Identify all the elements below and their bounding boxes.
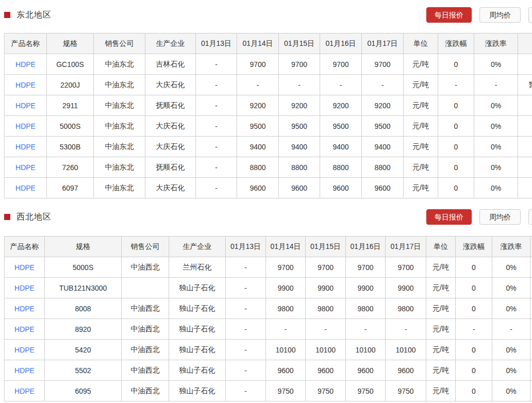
clipped-right-button[interactable] (528, 209, 532, 225)
price-cell: 独山子石化 (169, 340, 226, 360)
price-cell: - (346, 319, 386, 340)
price-cell: 10100 (386, 340, 426, 360)
column-header: 涨跌率 (474, 33, 518, 54)
price-cell: 0% (492, 298, 530, 319)
price-cell: 7260 (47, 157, 94, 178)
clipped-status-cell (518, 116, 532, 137)
daily-quote-button[interactable]: 每日报价 (426, 7, 472, 23)
price-cell: TUB121N3000 (45, 278, 122, 298)
price-cell: 10100 (306, 340, 346, 360)
price-cell: 元/吨 (404, 95, 438, 116)
price-cell: 9400 (320, 137, 362, 157)
table-row: HDPE7260中油东北抚顺石化-8800880088008800元/吨00% (5, 157, 532, 178)
price-cell: 中油西北 (122, 257, 169, 278)
price-cell: GC100S (47, 54, 94, 75)
weekly-average-button[interactable]: 周均价 (479, 7, 521, 23)
price-cell: 5420 (45, 340, 122, 360)
section-title: 西北地区 (16, 212, 52, 223)
product-link[interactable]: HDPE (14, 325, 35, 333)
price-cell: 兰州石化 (169, 257, 226, 278)
column-header: 单位 (426, 237, 456, 257)
product-cell: HDPE (5, 116, 47, 137)
price-cell: 0 (438, 157, 474, 178)
product-link[interactable]: HDPE (14, 366, 35, 375)
northeast-price-table: 产品名称规格销售公司生产企业01月13日01月14日01月15日01月16日01… (4, 33, 532, 198)
price-cell: 9600 (362, 178, 404, 198)
price-cell: 9600 (306, 360, 346, 381)
product-cell: HDPE (5, 381, 45, 401)
price-cell: 0% (474, 116, 518, 137)
clipped-right-button[interactable] (528, 7, 532, 23)
price-cell: - (226, 278, 266, 298)
product-link[interactable]: HDPE (15, 163, 36, 172)
product-link[interactable]: HDPE (14, 305, 35, 313)
daily-quote-button[interactable]: 每日报价 (426, 209, 472, 225)
price-cell: 9800 (266, 298, 306, 319)
product-link[interactable]: HDPE (14, 387, 35, 395)
product-cell: HDPE (5, 75, 47, 95)
price-cell: 5502 (45, 360, 122, 381)
price-cell: - (196, 75, 237, 95)
price-cell: - (226, 298, 266, 319)
price-cell: - (266, 319, 306, 340)
price-cell: 0% (492, 278, 530, 298)
clipped-status-cell (530, 257, 532, 278)
product-link[interactable]: HDPE (15, 184, 36, 192)
price-cell: 独山子石化 (169, 298, 226, 319)
column-header: 单位 (404, 33, 438, 54)
price-cell: 9900 (386, 278, 426, 298)
table-row: HDPE6095中油西北独山子石化-9750975097509750元/吨00% (5, 381, 532, 401)
price-cell: 6095 (45, 381, 122, 401)
price-cell: 中油西北 (122, 319, 169, 340)
price-cell: 8800 (237, 157, 279, 178)
product-link[interactable]: HDPE (14, 346, 35, 354)
column-header: 01月15日 (306, 237, 346, 257)
weekly-average-button[interactable]: 周均价 (479, 209, 521, 225)
price-cell: 吉林石化 (145, 54, 196, 75)
price-cell: 9700 (362, 54, 404, 75)
price-cell: 中油东北 (94, 75, 145, 95)
table-header-row: 产品名称规格销售公司生产企业01月13日01月14日01月15日01月16日01… (5, 33, 532, 54)
price-cell: 9600 (266, 360, 306, 381)
price-cell: 0% (474, 54, 518, 75)
product-link[interactable]: HDPE (15, 60, 36, 69)
price-cell: 元/吨 (404, 178, 438, 198)
price-cell: 8800 (320, 157, 362, 178)
product-link[interactable]: HDPE (14, 263, 35, 272)
column-header: 01月16日 (346, 237, 386, 257)
button-group: 每日报价 周均价 (426, 7, 532, 23)
price-cell: 元/吨 (426, 360, 456, 381)
price-cell: 9800 (346, 298, 386, 319)
product-cell: HDPE (5, 178, 47, 198)
product-link[interactable]: HDPE (15, 143, 36, 151)
price-cell: 元/吨 (404, 54, 438, 75)
price-cell: 0 (456, 257, 492, 278)
price-cell: - (386, 319, 426, 340)
section-northeast: 东北地区 每日报价 周均价 产品名称规格销售公司生产企业01月13日01月14日… (0, 7, 532, 198)
price-cell: 9600 (320, 178, 362, 198)
product-cell: HDPE (5, 95, 47, 116)
product-link[interactable]: HDPE (15, 122, 36, 130)
column-header (518, 33, 532, 54)
price-cell: 9500 (320, 116, 362, 137)
price-cell: 元/吨 (426, 319, 456, 340)
price-cell: 9700 (346, 257, 386, 278)
price-cell: 9500 (237, 116, 279, 137)
product-cell: HDPE (5, 298, 45, 319)
table-row: HDPE5502中油西北独山子石化-9600960096009600元/吨00% (5, 360, 532, 381)
price-cell: 9200 (237, 95, 279, 116)
product-link[interactable]: HDPE (14, 284, 35, 292)
price-cell: 0 (456, 298, 492, 319)
price-cell: 10100 (346, 340, 386, 360)
clipped-status-cell (530, 319, 532, 340)
column-header (530, 237, 532, 257)
clipped-status-cell (530, 278, 532, 298)
clipped-status-cell (518, 95, 532, 116)
product-link[interactable]: HDPE (15, 102, 36, 110)
product-link[interactable]: HDPE (15, 81, 36, 89)
price-cell: 9200 (279, 95, 320, 116)
price-cell: 元/吨 (404, 137, 438, 157)
clipped-status-cell: 暂 (518, 75, 532, 95)
price-cell: 9600 (237, 178, 279, 198)
column-header: 01月15日 (279, 33, 320, 54)
